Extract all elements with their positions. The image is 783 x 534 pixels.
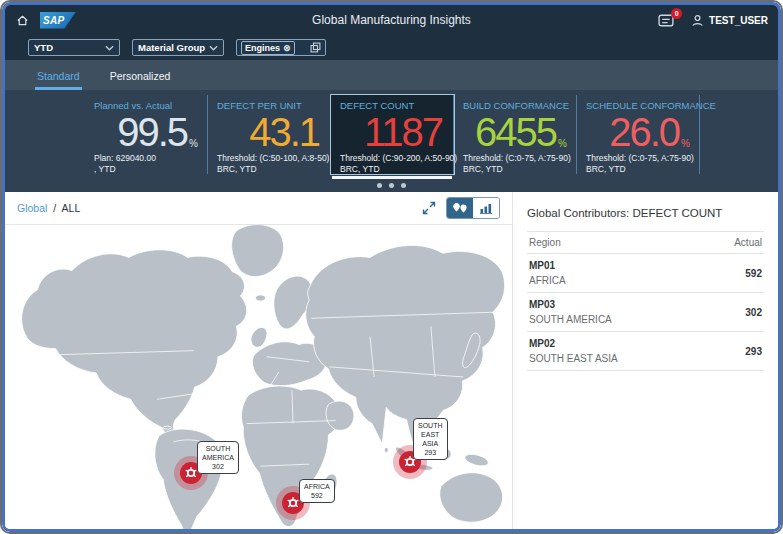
app-window: SAP Global Manufacturing Insights 0 TEST… (0, 0, 783, 534)
home-icon[interactable] (15, 13, 30, 28)
material-filter-input[interactable]: Engines ⊗ (236, 39, 326, 56)
kpi-unit: % (558, 137, 567, 150)
group-by-select[interactable]: Material Group (132, 39, 224, 56)
kpi-value: 99.5 (117, 114, 187, 150)
contributor-actual: 293 (745, 346, 762, 357)
view-tabs: Standard Personalized (5, 60, 778, 90)
kpi-value: 1187 (364, 114, 442, 150)
kpi-tile-planned-vs-actual[interactable]: Planned vs. Actual 99.5% Plan: 629040.00… (85, 95, 208, 174)
carousel-dot[interactable] (401, 183, 406, 188)
tab-standard[interactable]: Standard (35, 64, 82, 90)
person-icon (691, 14, 704, 27)
contributor-region: AFRICA (529, 275, 566, 286)
chart-view-button[interactable] (473, 198, 499, 218)
map-toolbar-actions (422, 197, 500, 219)
filter-token: Engines ⊗ (241, 41, 295, 55)
carousel-dot[interactable] (389, 183, 394, 188)
kpi-subline2: , YTD (94, 164, 198, 175)
filter-bar: YTD Material Group Engines ⊗ (5, 35, 778, 60)
bar-chart-icon (479, 202, 493, 214)
contributor-row-mp02[interactable]: MP02 SOUTH EAST ASIA 293 (527, 332, 764, 371)
carousel-dot[interactable] (377, 183, 382, 188)
kpi-tile-defect-count[interactable]: DEFECT COUNT 1187 Threshold: (C:90-200, … (331, 95, 454, 174)
period-select-value: YTD (34, 42, 53, 53)
page-title: Global Manufacturing Insights (312, 13, 471, 27)
map-toolbar: Global / ALL (5, 192, 512, 225)
view-switch (446, 197, 500, 219)
contributor-actual: 592 (745, 268, 762, 279)
group-by-select-value: Material Group (138, 42, 205, 53)
kpi-subline1: Threshold: (C:0-75, A:75-90) (463, 153, 567, 164)
app-frame: SAP Global Manufacturing Insights 0 TEST… (2, 2, 781, 532)
kpi-subline2: BRC, YTD (463, 164, 567, 175)
contributor-actual: 302 (745, 307, 762, 318)
map-section: Global / ALL (5, 192, 512, 529)
kpi-subline1: Threshold: (C:90-200, A:50-90) (340, 153, 444, 164)
kpi-subline1: Threshold: (C:50-100, A:8-50) (217, 153, 321, 164)
map-label-south-america: SOUTH AMERICA 302 (197, 441, 239, 474)
kpi-value: 6455 (475, 114, 556, 150)
kpi-subline2: BRC, YTD (217, 164, 321, 175)
column-region: Region (529, 237, 561, 248)
chevron-down-icon (105, 45, 114, 51)
kpi-subline2: BRC, YTD (586, 164, 690, 175)
value-help-icon[interactable] (310, 42, 321, 53)
kpi-tile-schedule-conformance[interactable]: SCHEDULE CONFORMANCE 26.0% Threshold: (C… (577, 95, 700, 174)
breadcrumb-global-link[interactable]: Global (17, 202, 47, 214)
breadcrumb-separator: / (53, 202, 56, 214)
contributor-region: SOUTH AMERICA (529, 314, 612, 325)
main-content: Global / ALL (5, 192, 778, 529)
kpi-unit: % (681, 137, 690, 150)
map-view-button[interactable] (447, 198, 473, 218)
kpi-value: 43.1 (249, 114, 319, 150)
world-map[interactable]: SOUTH AMERICA 302 AFRICA 592 SOUTH EAST … (5, 225, 512, 529)
kpi-subline2: BRC, YTD (340, 164, 444, 175)
contributor-code: MP01 (529, 260, 566, 271)
contributor-code: MP02 (529, 338, 618, 349)
breadcrumb: Global / ALL (17, 202, 80, 214)
notification-badge: 0 (671, 8, 682, 19)
kpi-unit: % (189, 137, 198, 150)
kpi-band: Planned vs. Actual 99.5% Plan: 629040.00… (5, 90, 778, 192)
chevron-down-icon (209, 45, 218, 51)
contributor-region: SOUTH EAST ASIA (529, 353, 618, 364)
tile-carousel-dots (5, 183, 778, 188)
contributor-row-mp01[interactable]: MP01 AFRICA 592 (527, 254, 764, 293)
sap-logo: SAP (40, 12, 76, 29)
filter-token-label: Engines (245, 43, 280, 53)
kpi-tile-defect-per-unit[interactable]: DEFECT PER UNIT 43.1 Threshold: (C:50-10… (208, 95, 331, 174)
contributor-row-mp03[interactable]: MP03 SOUTH AMERICA 302 (527, 293, 764, 332)
contributors-panel: Global Contributors: DEFECT COUNT Region… (512, 192, 778, 529)
shell-actions: 0 TEST_USER (658, 13, 768, 28)
kpi-subline1: Plan: 629040.00 (94, 153, 198, 164)
kpi-tile-build-conformance[interactable]: BUILD CONFORMANCE 6455% Threshold: (C:0-… (454, 95, 577, 174)
contributors-title: Global Contributors: DEFECT COUNT (527, 207, 764, 219)
notifications-button[interactable]: 0 (658, 13, 675, 28)
period-select[interactable]: YTD (28, 39, 120, 56)
kpi-value: 26.0 (609, 114, 679, 150)
fullscreen-icon[interactable] (422, 201, 436, 215)
map-label-south-east-asia: SOUTH EAST ASIA 293 (413, 418, 448, 460)
column-actual: Actual (734, 237, 762, 248)
token-remove-icon[interactable]: ⊗ (283, 43, 291, 53)
tab-personalized[interactable]: Personalized (108, 64, 173, 90)
user-menu[interactable]: TEST_USER (691, 14, 768, 27)
contributor-code: MP03 (529, 299, 612, 310)
sap-logo-text: SAP (40, 15, 64, 26)
contributors-table-header: Region Actual (527, 231, 764, 254)
map-label-africa: AFRICA 592 (299, 479, 335, 503)
world-map-graphic (5, 225, 512, 529)
kpi-subline1: Threshold: (C:0-75, A:75-90) (586, 153, 690, 164)
shell-header: SAP Global Manufacturing Insights 0 TEST… (5, 5, 778, 35)
kpi-tiles: Planned vs. Actual 99.5% Plan: 629040.00… (5, 95, 778, 174)
breadcrumb-current: ALL (62, 202, 81, 214)
user-name: TEST_USER (709, 15, 768, 26)
map-pins-icon (452, 202, 468, 214)
